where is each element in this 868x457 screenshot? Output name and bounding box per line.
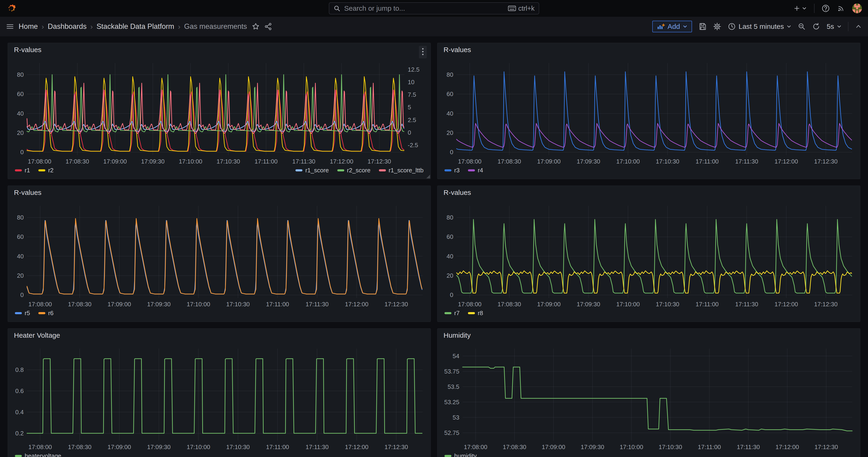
legend: r7r8 — [444, 309, 483, 317]
legend-item-r1[interactable]: r1 — [15, 167, 30, 174]
divider — [814, 4, 814, 13]
svg-text:54: 54 — [453, 353, 459, 360]
legend-item-r2[interactable]: r2 — [38, 167, 54, 174]
legend-item-r1_score_lttb[interactable]: r1_score_lttb — [379, 167, 424, 174]
svg-text:10: 10 — [408, 79, 414, 86]
svg-text:17:12:30: 17:12:30 — [814, 444, 838, 451]
search-input[interactable]: Search or jump to... ctrl+k — [329, 2, 539, 14]
svg-text:17:09:00: 17:09:00 — [107, 301, 131, 308]
svg-text:17:09:00: 17:09:00 — [537, 301, 561, 308]
news-button[interactable] — [837, 4, 845, 12]
svg-text:17:11:30: 17:11:30 — [305, 444, 329, 451]
breadcrumb-folder[interactable]: Stackable Data Platform — [96, 22, 174, 31]
new-button[interactable] — [794, 5, 807, 12]
save-icon — [699, 23, 707, 30]
legend-label: r1 — [25, 167, 30, 174]
mega-menu-button[interactable] — [6, 23, 14, 30]
svg-text:20: 20 — [446, 129, 453, 136]
legend-item-r7[interactable]: r7 — [444, 309, 460, 317]
svg-text:0: 0 — [450, 149, 453, 156]
chevron-down-icon — [683, 25, 687, 28]
dashboard-grid: R-values 17:08:0017:08:3017:09:0017:09:3… — [0, 36, 868, 457]
svg-text:17:09:00: 17:09:00 — [537, 158, 561, 165]
svg-text:17:09:00: 17:09:00 — [103, 158, 127, 165]
svg-text:17:09:00: 17:09:00 — [541, 444, 565, 451]
svg-text:0.4: 0.4 — [16, 408, 24, 416]
svg-text:5: 5 — [408, 104, 411, 111]
share-button[interactable] — [264, 23, 272, 30]
panel-resize-handle[interactable] — [426, 175, 430, 178]
panel-title[interactable]: R-values — [443, 46, 471, 54]
svg-text:17:10:30: 17:10:30 — [226, 444, 250, 451]
collapse-toolbar-button[interactable] — [855, 24, 862, 30]
legend-item-r6[interactable]: r6 — [38, 309, 54, 317]
legend-item-r2_score[interactable]: r2_score — [337, 167, 371, 174]
panel-title[interactable]: Humidity — [443, 331, 471, 339]
breadcrumb-home[interactable]: Home — [19, 22, 38, 31]
svg-text:17:10:30: 17:10:30 — [656, 301, 679, 308]
refresh-button[interactable] — [812, 23, 820, 30]
panel-title[interactable]: R-values — [443, 189, 471, 196]
svg-text:17:10:30: 17:10:30 — [217, 158, 240, 165]
svg-text:17:11:00: 17:11:00 — [698, 444, 721, 451]
legend-item-r8[interactable]: r8 — [468, 309, 483, 317]
dashboard-settings-button[interactable] — [713, 22, 721, 31]
add-panel-button[interactable]: Add — [652, 21, 692, 32]
zoom-out-icon — [798, 23, 806, 30]
legend-item-humidity[interactable]: humidity — [444, 452, 477, 457]
svg-text:17:12:00: 17:12:00 — [345, 444, 368, 451]
help-icon — [822, 4, 830, 12]
legend-item-r4[interactable]: r4 — [468, 167, 483, 174]
user-avatar[interactable] — [852, 3, 862, 13]
legend-item-r1_score[interactable]: r1_score — [296, 167, 329, 174]
legend: r1_scorer2_scorer1_score_lttb — [296, 167, 424, 174]
panel-menu-button[interactable] — [419, 46, 427, 58]
svg-text:17:09:30: 17:09:30 — [577, 301, 600, 308]
chart-canvas[interactable]: 17:08:0017:08:3017:09:0017:09:3017:10:00… — [440, 342, 858, 451]
legend-label: humidity — [454, 452, 477, 457]
svg-text:17:08:30: 17:08:30 — [503, 444, 526, 451]
svg-text:0.8: 0.8 — [16, 366, 24, 373]
help-button[interactable] — [822, 4, 830, 12]
panel-title[interactable]: R-values — [14, 189, 41, 196]
svg-text:0: 0 — [450, 292, 453, 298]
refresh-interval-picker[interactable]: 5s — [827, 23, 841, 30]
grafana-logo[interactable] — [6, 3, 17, 14]
svg-text:17:12:30: 17:12:30 — [384, 444, 408, 451]
chart-canvas[interactable]: 17:08:0017:08:3017:09:0017:09:3017:10:00… — [10, 342, 429, 451]
share-icon — [264, 23, 272, 30]
chart-canvas[interactable]: 17:08:0017:08:3017:09:0017:09:3017:10:00… — [10, 57, 429, 166]
svg-text:17:11:00: 17:11:00 — [266, 301, 289, 308]
svg-text:17:08:30: 17:08:30 — [68, 301, 91, 308]
legend-item-r3[interactable]: r3 — [444, 167, 460, 174]
svg-text:20: 20 — [17, 129, 24, 136]
legend-item-r5[interactable]: r5 — [15, 309, 30, 317]
chart-canvas[interactable]: 17:08:0017:08:3017:09:0017:09:3017:10:00… — [10, 199, 429, 309]
hamburger-icon — [6, 23, 14, 30]
time-range-picker[interactable]: Last 5 minutes — [728, 23, 791, 30]
legend-item-heatervoltage[interactable]: heatervoltage — [15, 452, 61, 457]
favorite-button[interactable] — [252, 23, 260, 30]
keyboard-icon — [508, 5, 516, 11]
legend-swatch — [379, 169, 386, 172]
panel-humidity: Humidity 17:08:0017:08:3017:09:0017:09:3… — [437, 328, 860, 457]
svg-text:17:11:30: 17:11:30 — [305, 301, 329, 308]
svg-text:80: 80 — [446, 214, 453, 221]
chart-canvas[interactable]: 17:08:0017:08:3017:09:0017:09:3017:10:00… — [440, 199, 858, 309]
panel-title[interactable]: R-values — [14, 46, 41, 54]
svg-text:80: 80 — [446, 71, 453, 78]
search-icon — [334, 5, 341, 12]
save-dashboard-button[interactable] — [699, 23, 707, 30]
svg-text:17:09:30: 17:09:30 — [141, 158, 164, 165]
dashboard-toolbar: Home › Dashboards › Stackable Data Platf… — [0, 17, 868, 36]
svg-text:40: 40 — [446, 253, 453, 260]
chart-canvas[interactable]: 17:08:0017:08:3017:09:0017:09:3017:10:00… — [440, 57, 858, 166]
chevron-down-icon — [837, 25, 841, 28]
clock-icon — [728, 23, 736, 30]
svg-text:17:11:30: 17:11:30 — [735, 301, 758, 308]
zoom-out-button[interactable] — [798, 23, 806, 30]
svg-text:17:11:00: 17:11:00 — [695, 301, 718, 308]
svg-text:17:12:30: 17:12:30 — [368, 158, 391, 165]
breadcrumb-dashboards[interactable]: Dashboards — [48, 22, 87, 31]
panel-title[interactable]: Heater Voltage — [14, 331, 60, 339]
